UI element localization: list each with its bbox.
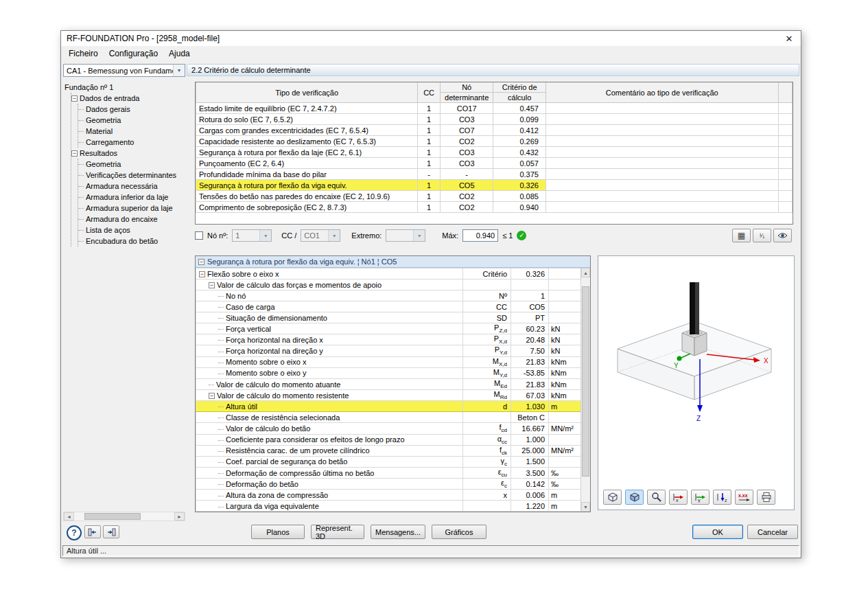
detail-row[interactable]: −Valor de cálculo do momento resistenteM…: [196, 390, 581, 401]
verification-row[interactable]: Segurança à rotura por flexão da viga eq…: [196, 180, 793, 191]
verification-row[interactable]: Punçoamento (EC 2, 6.4)1CO30.057: [196, 158, 793, 169]
collapse-icon[interactable]: −: [198, 259, 204, 265]
scrollbar-track[interactable]: [74, 512, 174, 521]
scrollbar-thumb[interactable]: [84, 513, 141, 520]
chevron-down-icon[interactable]: ▾: [259, 230, 271, 241]
detail-row[interactable]: Força horizontal na direção xPX,d20.48kN: [196, 334, 581, 345]
verification-row[interactable]: Estado limite de equilíbrio (EC 7, 2.4.7…: [196, 103, 793, 114]
ok-button[interactable]: OK: [692, 525, 743, 539]
tree-item[interactable]: Carregamento: [78, 137, 185, 148]
view-solid-button[interactable]: [625, 490, 644, 505]
tree-item[interactable]: Material: [78, 126, 185, 137]
detail-row[interactable]: Momento sobre o eixo yMY,d-53.85kNm: [196, 367, 581, 378]
mensagens-button[interactable]: Mensagens...: [371, 525, 425, 539]
verification-row[interactable]: Capacidade resistente ao deslizamento (E…: [196, 136, 793, 147]
detail-row[interactable]: Força verticalPZ,d60.23kN: [196, 323, 581, 334]
tree-item-root[interactable]: Fundação nº 1: [64, 82, 185, 93]
tree-item[interactable]: Armadura inferior da laje: [78, 192, 185, 203]
node-combo[interactable]: 1 ▾: [232, 229, 272, 242]
tree-item[interactable]: Armadura superior da laje: [78, 203, 185, 214]
result-table-button[interactable]: ▦: [732, 229, 751, 242]
cc-combo[interactable]: CO1 ▾: [301, 229, 340, 242]
help-button[interactable]: ?: [67, 525, 82, 540]
view-z-button[interactable]: z: [713, 490, 731, 505]
model-viewer[interactable]: X Y Z: [598, 255, 795, 510]
view-isometric-button[interactable]: [603, 490, 622, 505]
collapse-icon[interactable]: −: [209, 393, 215, 399]
scroll-right-icon[interactable]: ►: [174, 512, 185, 521]
detail-row[interactable]: Valor de cálculo do betãofcd16.667MN/m²: [196, 423, 581, 434]
view-x-button[interactable]: x: [669, 490, 688, 505]
tree-item[interactable]: Geometria: [78, 115, 185, 126]
tree-horizontal-scrollbar[interactable]: ◄ ►: [63, 512, 185, 521]
tree-group[interactable]: −Dados de entrada: [71, 93, 185, 104]
scroll-down-icon[interactable]: ▼: [581, 502, 590, 512]
collapse-icon[interactable]: −: [209, 282, 215, 288]
ratio-filter-button[interactable]: ¹⁄₁: [753, 229, 771, 242]
detail-panel-header[interactable]: − Segurança à rotura por flexão da viga …: [196, 256, 590, 268]
verification-row[interactable]: Rotura do solo (EC 7, 6.5.2)1CO30.099: [196, 114, 793, 125]
verification-row[interactable]: Segurança à rotura por flexão da laje (E…: [196, 147, 793, 158]
close-button[interactable]: ✕: [777, 31, 801, 46]
tree-item[interactable]: Geometria: [78, 159, 185, 170]
tree-item[interactable]: Encubadura do betão: [78, 236, 185, 247]
tree-item[interactable]: Verificações determinantes: [78, 170, 185, 181]
verification-row[interactable]: Comprimento de sobreposição (EC 2, 8.7.3…: [196, 202, 793, 213]
graficos-button[interactable]: Gráficos: [432, 525, 486, 539]
tree-group[interactable]: −Resultados: [71, 148, 185, 159]
detail-row[interactable]: Caso de cargaCCCO5: [196, 301, 581, 312]
extremo-combo[interactable]: ▾: [386, 229, 425, 242]
detail-row[interactable]: Deformação de compressão última no betão…: [196, 468, 581, 479]
verification-row[interactable]: Profundidade mínima da base do pilar--0.…: [196, 169, 793, 180]
detail-row[interactable]: No nóNº1: [196, 290, 581, 301]
chevron-down-icon[interactable]: ▾: [173, 65, 185, 76]
tree-item[interactable]: Armadura do encaixe: [78, 214, 185, 225]
detail-row[interactable]: Coef. parcial de segurança do betãoγc1.5…: [196, 456, 581, 467]
menu-ficheiro[interactable]: Ficheiro: [63, 47, 104, 60]
node-checkbox[interactable]: [195, 231, 203, 240]
tree-item[interactable]: Dados gerais: [78, 104, 185, 115]
detail-row[interactable]: Momento sobre o eixo xMX,d21.83kNm: [196, 356, 581, 367]
collapse-icon[interactable]: −: [71, 150, 78, 157]
cc-label: CC /: [281, 231, 296, 240]
panel-next-button[interactable]: [103, 525, 119, 538]
planos-button[interactable]: Planos: [251, 525, 305, 539]
menu-ajuda[interactable]: Ajuda: [163, 47, 196, 60]
detail-row[interactable]: Resistência carac. de um provete cilíndr…: [196, 445, 581, 456]
show-values-button[interactable]: x.xx: [735, 490, 753, 505]
tree-item[interactable]: Armadura necessária: [78, 181, 185, 192]
collapse-icon[interactable]: −: [199, 271, 205, 277]
zoom-view-button[interactable]: [647, 490, 666, 505]
print-button[interactable]: [757, 490, 775, 505]
visibility-button[interactable]: [773, 229, 792, 242]
model-3d-view[interactable]: X Y Z: [598, 256, 794, 483]
view-y-button[interactable]: y: [691, 490, 709, 505]
menu-configuracao[interactable]: Configuração: [104, 47, 163, 60]
chevron-down-icon[interactable]: ▾: [413, 230, 425, 241]
detail-row[interactable]: Força horizontal na direção yPY,d7.50kN: [196, 345, 581, 356]
tree-item[interactable]: Lista de aços: [78, 225, 185, 236]
detail-row[interactable]: −Flexão sobre o eixo xCritério0.326: [196, 269, 581, 279]
detail-row[interactable]: −Valor de cálculo das forças e momentos …: [196, 279, 581, 290]
scroll-left-icon[interactable]: ◄: [64, 512, 74, 521]
panel-previous-button[interactable]: [84, 525, 101, 538]
collapse-icon[interactable]: −: [71, 95, 78, 102]
detail-row[interactable]: Largura da viga equivalente1.220m: [196, 501, 581, 512]
detail-row[interactable]: Situação de dimensionamentoSDPT: [196, 312, 581, 323]
detail-vertical-scrollbar[interactable]: ▲ ▼: [580, 268, 590, 512]
detail-row[interactable]: Valor de cálculo do momento atuanteMEd21…: [196, 378, 581, 389]
scroll-up-icon[interactable]: ▲: [581, 268, 590, 277]
detail-row[interactable]: Altura da zona de compressãox0.006m: [196, 490, 581, 501]
detail-row[interactable]: Deformação do betãoεc0.142‰: [196, 479, 581, 490]
detail-row[interactable]: Classe de resistência selecionadaBeton C: [196, 412, 581, 423]
represent-3d-button[interactable]: Represent. 3D: [311, 525, 364, 539]
chevron-down-icon[interactable]: ▾: [328, 230, 340, 241]
scrollbar-thumb[interactable]: [582, 286, 589, 477]
detail-row[interactable]: Altura útild1.030m: [196, 401, 581, 412]
verification-row[interactable]: Tensões do betão nas paredes do encaixe …: [196, 191, 793, 202]
scrollbar-track[interactable]: [581, 277, 590, 502]
case-selector[interactable]: CA1 - Bemessung von Fundame ▾: [63, 64, 185, 77]
verification-row[interactable]: Cargas com grandes excentricidades (EC 7…: [196, 125, 793, 136]
cancel-button[interactable]: Cancelar: [747, 525, 798, 539]
detail-row[interactable]: Coeficiente para considerar os efeitos d…: [196, 434, 581, 445]
